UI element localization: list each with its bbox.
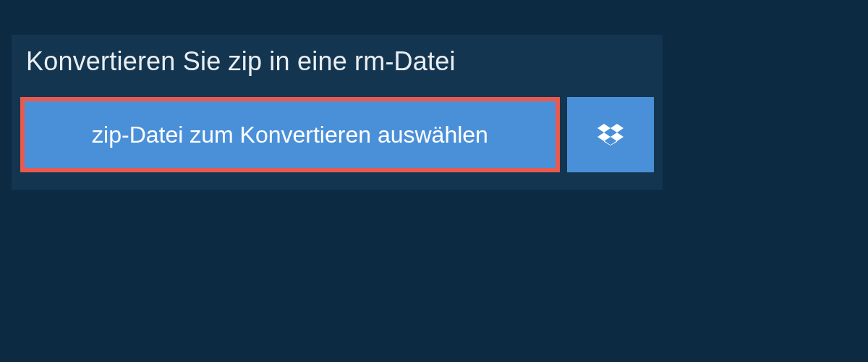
dropbox-button[interactable] bbox=[567, 97, 654, 172]
select-file-button[interactable]: zip-Datei zum Konvertieren auswählen bbox=[20, 97, 560, 172]
heading-container: Konvertieren Sie zip in eine rm-Datei bbox=[12, 35, 663, 97]
dropbox-icon bbox=[597, 122, 624, 148]
page-title: Konvertieren Sie zip in eine rm-Datei bbox=[26, 46, 648, 77]
button-row: zip-Datei zum Konvertieren auswählen bbox=[12, 97, 663, 190]
select-file-label: zip-Datei zum Konvertieren auswählen bbox=[92, 122, 488, 148]
converter-panel: Konvertieren Sie zip in eine rm-Datei zi… bbox=[12, 35, 663, 190]
